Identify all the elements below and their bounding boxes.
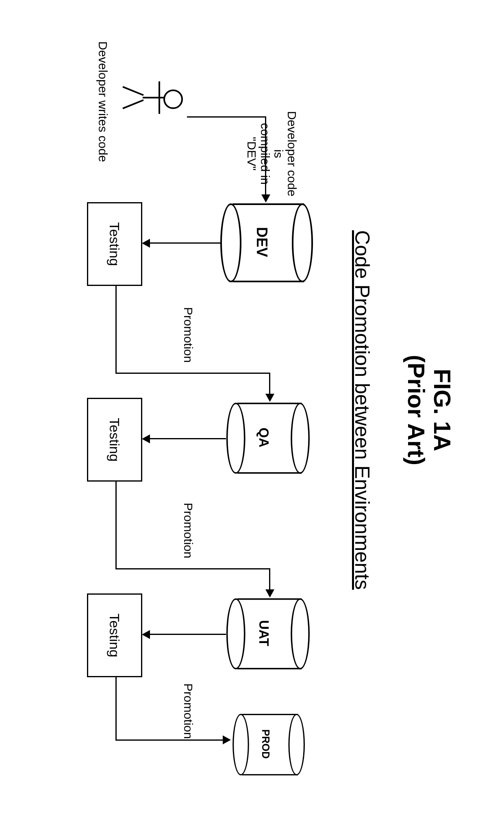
diagram-stage: FIG. 1A (Prior Art) Code Promotion betwe…	[0, 0, 504, 820]
env-uat-icon: UAT	[229, 598, 310, 668]
arrow-qa-to-test2	[149, 438, 226, 439]
figure-title-line1: FIG. 1A	[429, 369, 456, 451]
promotion-label-1: Promotion	[181, 307, 195, 363]
dev-entry-line1: Developer code is	[272, 111, 299, 196]
env-dev-label: DEV	[253, 203, 270, 281]
arrow-promo2-h	[115, 482, 117, 569]
arrow-promo2-h2	[269, 568, 270, 590]
arrow-promo1-h2	[269, 373, 270, 395]
figure-subtitle: Code Promotion between Environments	[350, 0, 374, 820]
arrow-head-qa-to-test2	[142, 434, 150, 443]
figure-title: FIG. 1A (Prior Art)	[403, 0, 455, 820]
dev-entry-label: Developer code is compiled in "DEV"	[245, 105, 299, 203]
arrow-head-promo3	[223, 735, 231, 744]
arrow-head-promo1	[265, 394, 274, 402]
developer-actor-icon	[118, 81, 183, 114]
arrow-dev-to-test1	[149, 242, 220, 244]
env-qa-label: QA	[256, 403, 272, 472]
env-qa-icon: QA	[229, 403, 310, 472]
promotion-label-3: Promotion	[181, 683, 195, 739]
env-prod-icon: PROD	[235, 714, 305, 774]
figure-title-line2: (Prior Art)	[403, 355, 430, 465]
env-uat-label: UAT	[256, 598, 272, 668]
arrow-promo1-v	[115, 373, 270, 374]
arrow-promo1-h	[115, 286, 117, 373]
testing-qa-label: Testing	[107, 418, 123, 462]
dev-entry-line2: compiled in "DEV"	[245, 123, 272, 185]
env-prod-label: PROD	[260, 714, 272, 774]
promotion-label-2: Promotion	[181, 503, 195, 558]
arrow-head-promo2	[265, 589, 274, 598]
arrow-uat-to-test3	[149, 634, 226, 635]
testing-uat-label: Testing	[107, 613, 123, 657]
arrow-promo2-v	[115, 568, 270, 569]
testing-uat-box: Testing	[87, 593, 142, 677]
developer-caption: Developer writes code	[96, 41, 110, 163]
env-dev-icon: DEV	[224, 203, 313, 281]
testing-qa-box: Testing	[87, 398, 142, 482]
arrow-promo3-v	[115, 739, 224, 741]
testing-dev-label: Testing	[107, 222, 123, 266]
testing-dev-box: Testing	[87, 202, 142, 286]
arrow-promo3-h	[115, 677, 117, 740]
arrow-head-dev-to-test1	[142, 239, 150, 248]
arrow-head-uat-to-test3	[142, 630, 150, 639]
